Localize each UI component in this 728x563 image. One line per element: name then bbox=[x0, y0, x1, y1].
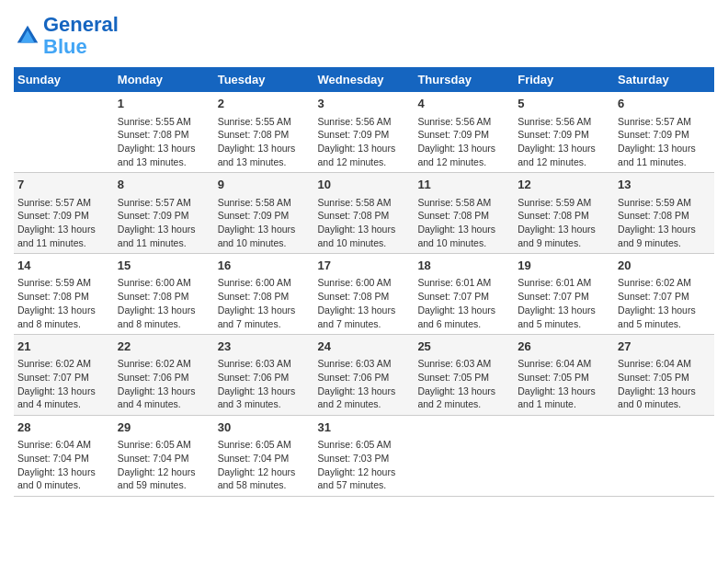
day-info: Sunrise: 6:03 AM Sunset: 7:05 PM Dayligh… bbox=[417, 357, 510, 411]
day-number: 6 bbox=[618, 96, 711, 112]
week-row-1: 1Sunrise: 5:55 AM Sunset: 7:08 PM Daylig… bbox=[14, 92, 714, 172]
day-number: 5 bbox=[518, 96, 610, 112]
logo: GeneralBlue bbox=[14, 14, 119, 58]
day-number: 14 bbox=[17, 258, 110, 274]
day-info: Sunrise: 6:05 AM Sunset: 7:04 PM Dayligh… bbox=[118, 438, 210, 492]
day-number: 26 bbox=[518, 339, 610, 355]
day-number: 11 bbox=[417, 177, 510, 193]
calendar-cell: 9Sunrise: 5:58 AM Sunset: 7:09 PM Daylig… bbox=[214, 173, 314, 254]
calendar-cell: 13Sunrise: 5:59 AM Sunset: 7:08 PM Dayli… bbox=[614, 173, 714, 254]
day-info: Sunrise: 6:04 AM Sunset: 7:05 PM Dayligh… bbox=[518, 357, 610, 411]
day-info: Sunrise: 5:56 AM Sunset: 7:09 PM Dayligh… bbox=[417, 115, 510, 169]
week-row-2: 7Sunrise: 5:57 AM Sunset: 7:09 PM Daylig… bbox=[14, 173, 714, 254]
day-info: Sunrise: 5:57 AM Sunset: 7:09 PM Dayligh… bbox=[118, 196, 210, 250]
day-number: 4 bbox=[417, 96, 510, 112]
calendar-cell: 3Sunrise: 5:56 AM Sunset: 7:09 PM Daylig… bbox=[314, 92, 415, 172]
day-info: Sunrise: 6:00 AM Sunset: 7:08 PM Dayligh… bbox=[318, 276, 411, 330]
calendar-cell: 1Sunrise: 5:55 AM Sunset: 7:08 PM Daylig… bbox=[114, 92, 214, 172]
day-info: Sunrise: 5:59 AM Sunset: 7:08 PM Dayligh… bbox=[618, 196, 711, 250]
day-number: 25 bbox=[417, 339, 510, 355]
calendar-cell: 16Sunrise: 6:00 AM Sunset: 7:08 PM Dayli… bbox=[214, 254, 314, 335]
day-number: 22 bbox=[118, 339, 210, 355]
day-number: 18 bbox=[417, 258, 510, 274]
day-number: 27 bbox=[618, 339, 711, 355]
calendar-cell: 20Sunrise: 6:02 AM Sunset: 7:07 PM Dayli… bbox=[614, 254, 714, 335]
day-info: Sunrise: 6:04 AM Sunset: 7:05 PM Dayligh… bbox=[618, 357, 711, 411]
day-info: Sunrise: 5:55 AM Sunset: 7:08 PM Dayligh… bbox=[118, 115, 210, 169]
week-row-3: 14Sunrise: 5:59 AM Sunset: 7:08 PM Dayli… bbox=[14, 254, 714, 335]
calendar-cell bbox=[614, 416, 714, 497]
day-info: Sunrise: 5:58 AM Sunset: 7:08 PM Dayligh… bbox=[417, 196, 510, 250]
calendar-cell: 11Sunrise: 5:58 AM Sunset: 7:08 PM Dayli… bbox=[414, 173, 514, 254]
day-info: Sunrise: 6:02 AM Sunset: 7:07 PM Dayligh… bbox=[17, 357, 110, 411]
day-info: Sunrise: 5:56 AM Sunset: 7:09 PM Dayligh… bbox=[318, 115, 411, 169]
day-number: 2 bbox=[218, 96, 311, 112]
calendar-cell: 7Sunrise: 5:57 AM Sunset: 7:09 PM Daylig… bbox=[14, 173, 114, 254]
day-info: Sunrise: 5:59 AM Sunset: 7:08 PM Dayligh… bbox=[518, 196, 610, 250]
day-number: 29 bbox=[118, 419, 210, 436]
day-info: Sunrise: 5:55 AM Sunset: 7:08 PM Dayligh… bbox=[218, 115, 311, 169]
day-info: Sunrise: 6:04 AM Sunset: 7:04 PM Dayligh… bbox=[17, 438, 110, 492]
day-number: 19 bbox=[518, 258, 610, 274]
day-info: Sunrise: 6:05 AM Sunset: 7:03 PM Dayligh… bbox=[318, 438, 411, 492]
calendar-cell: 17Sunrise: 6:00 AM Sunset: 7:08 PM Dayli… bbox=[314, 254, 415, 335]
day-number: 9 bbox=[218, 177, 311, 193]
day-number: 21 bbox=[17, 339, 110, 355]
calendar-cell: 30Sunrise: 6:05 AM Sunset: 7:04 PM Dayli… bbox=[214, 416, 314, 497]
calendar-cell: 23Sunrise: 6:03 AM Sunset: 7:06 PM Dayli… bbox=[214, 335, 314, 416]
column-header-monday: Monday bbox=[114, 67, 214, 92]
calendar-cell: 21Sunrise: 6:02 AM Sunset: 7:07 PM Dayli… bbox=[14, 335, 114, 416]
calendar-cell: 4Sunrise: 5:56 AM Sunset: 7:09 PM Daylig… bbox=[414, 92, 514, 172]
day-number: 31 bbox=[318, 419, 411, 436]
calendar-cell: 12Sunrise: 5:59 AM Sunset: 7:08 PM Dayli… bbox=[514, 173, 614, 254]
day-info: Sunrise: 5:57 AM Sunset: 7:09 PM Dayligh… bbox=[618, 115, 711, 169]
day-info: Sunrise: 5:58 AM Sunset: 7:09 PM Dayligh… bbox=[218, 196, 311, 250]
day-info: Sunrise: 5:58 AM Sunset: 7:08 PM Dayligh… bbox=[318, 196, 411, 250]
day-number: 23 bbox=[218, 339, 311, 355]
calendar-cell: 27Sunrise: 6:04 AM Sunset: 7:05 PM Dayli… bbox=[614, 335, 714, 416]
week-row-4: 21Sunrise: 6:02 AM Sunset: 7:07 PM Dayli… bbox=[14, 335, 714, 416]
day-number: 7 bbox=[17, 177, 110, 193]
calendar-cell: 18Sunrise: 6:01 AM Sunset: 7:07 PM Dayli… bbox=[414, 254, 514, 335]
calendar-cell: 14Sunrise: 5:59 AM Sunset: 7:08 PM Dayli… bbox=[14, 254, 114, 335]
day-number: 1 bbox=[118, 96, 210, 112]
day-number: 8 bbox=[118, 177, 210, 193]
calendar-cell bbox=[14, 92, 114, 172]
calendar-table: SundayMondayTuesdayWednesdayThursdayFrid… bbox=[14, 67, 714, 497]
day-number: 10 bbox=[318, 177, 411, 193]
day-number: 24 bbox=[318, 339, 411, 355]
logo-icon bbox=[14, 22, 41, 50]
calendar-cell: 26Sunrise: 6:04 AM Sunset: 7:05 PM Dayli… bbox=[514, 335, 614, 416]
calendar-header-row: SundayMondayTuesdayWednesdayThursdayFrid… bbox=[14, 67, 714, 92]
day-number: 12 bbox=[518, 177, 610, 193]
column-header-thursday: Thursday bbox=[414, 67, 514, 92]
day-info: Sunrise: 6:01 AM Sunset: 7:07 PM Dayligh… bbox=[417, 276, 510, 330]
day-number: 28 bbox=[17, 419, 110, 436]
day-info: Sunrise: 6:02 AM Sunset: 7:06 PM Dayligh… bbox=[118, 357, 210, 411]
day-number: 15 bbox=[118, 258, 210, 274]
day-info: Sunrise: 6:05 AM Sunset: 7:04 PM Dayligh… bbox=[218, 438, 311, 492]
calendar-cell: 19Sunrise: 6:01 AM Sunset: 7:07 PM Dayli… bbox=[514, 254, 614, 335]
day-number: 20 bbox=[618, 258, 711, 274]
column-header-sunday: Sunday bbox=[14, 67, 114, 92]
calendar-cell: 8Sunrise: 5:57 AM Sunset: 7:09 PM Daylig… bbox=[114, 173, 214, 254]
calendar-cell: 28Sunrise: 6:04 AM Sunset: 7:04 PM Dayli… bbox=[14, 416, 114, 497]
column-header-friday: Friday bbox=[514, 67, 614, 92]
day-info: Sunrise: 5:56 AM Sunset: 7:09 PM Dayligh… bbox=[518, 115, 610, 169]
day-info: Sunrise: 6:01 AM Sunset: 7:07 PM Dayligh… bbox=[518, 276, 610, 330]
day-info: Sunrise: 6:00 AM Sunset: 7:08 PM Dayligh… bbox=[118, 276, 210, 330]
day-info: Sunrise: 6:00 AM Sunset: 7:08 PM Dayligh… bbox=[218, 276, 311, 330]
logo-text: GeneralBlue bbox=[43, 14, 119, 58]
calendar-cell: 5Sunrise: 5:56 AM Sunset: 7:09 PM Daylig… bbox=[514, 92, 614, 172]
calendar-cell: 6Sunrise: 5:57 AM Sunset: 7:09 PM Daylig… bbox=[614, 92, 714, 172]
day-info: Sunrise: 6:02 AM Sunset: 7:07 PM Dayligh… bbox=[618, 276, 711, 330]
day-number: 17 bbox=[318, 258, 411, 274]
calendar-cell: 25Sunrise: 6:03 AM Sunset: 7:05 PM Dayli… bbox=[414, 335, 514, 416]
column-header-tuesday: Tuesday bbox=[214, 67, 314, 92]
calendar-cell bbox=[514, 416, 614, 497]
day-number: 3 bbox=[318, 96, 411, 112]
day-info: Sunrise: 5:59 AM Sunset: 7:08 PM Dayligh… bbox=[17, 276, 110, 330]
page-header: GeneralBlue bbox=[14, 14, 714, 58]
calendar-cell bbox=[414, 416, 514, 497]
calendar-cell: 31Sunrise: 6:05 AM Sunset: 7:03 PM Dayli… bbox=[314, 416, 415, 497]
